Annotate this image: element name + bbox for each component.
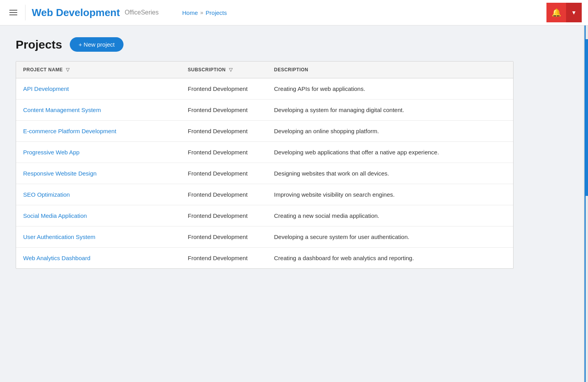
scrollbar-thumb[interactable] — [585, 39, 588, 196]
description-cell: Creating a new social media application. — [267, 205, 513, 226]
description-cell: Developing a system for managing digital… — [267, 100, 513, 121]
project-name-cell: Web Analytics Dashboard — [16, 248, 181, 269]
project-link[interactable]: Responsive Website Design — [23, 170, 96, 177]
bell-icon: 🔔 — [552, 8, 561, 17]
scrollbar-track[interactable] — [583, 0, 588, 382]
subscription-cell: Frontend Development — [181, 100, 267, 121]
subscription-cell: Frontend Development — [181, 226, 267, 248]
description-cell: Developing a secure system for user auth… — [267, 226, 513, 248]
subscription-cell: Frontend Development — [181, 248, 267, 269]
table-row: Content Management SystemFrontend Develo… — [16, 100, 513, 121]
col-header-description: DESCRIPTION — [267, 62, 513, 78]
breadcrumb-home[interactable]: Home — [182, 9, 198, 16]
new-project-button[interactable]: + New project — [70, 37, 123, 52]
table-row: User Authentication SystemFrontend Devel… — [16, 226, 513, 248]
table-row: Progressive Web AppFrontend DevelopmentD… — [16, 142, 513, 163]
project-link[interactable]: Web Analytics Dashboard — [23, 255, 90, 261]
project-name-cell: Social Media Application — [16, 205, 181, 226]
main-content: Projects + New project PROJECT NAME ▽ SU… — [0, 25, 533, 281]
col-header-project-name: PROJECT NAME ▽ — [16, 62, 181, 78]
project-name-cell: API Development — [16, 78, 181, 100]
project-link[interactable]: Progressive Web App — [23, 149, 80, 156]
app-title: Web Development — [32, 7, 120, 19]
filter-project-icon[interactable]: ▽ — [66, 67, 70, 72]
menu-button[interactable] — [6, 7, 20, 18]
subscription-cell: Frontend Development — [181, 142, 267, 163]
user-dropdown-button[interactable]: ▼ — [566, 3, 582, 22]
table-header: PROJECT NAME ▽ SUBSCRIPTION ▽ DESCRIPTIO… — [16, 62, 513, 78]
notifications-button[interactable]: 🔔 — [546, 3, 566, 22]
project-name-cell: User Authentication System — [16, 226, 181, 248]
subscription-cell: Frontend Development — [181, 121, 267, 142]
project-name-cell: Responsive Website Design — [16, 163, 181, 184]
table-body: API DevelopmentFrontend DevelopmentCreat… — [16, 78, 513, 269]
description-cell: Developing an online shopping platform. — [267, 121, 513, 142]
app-header: Web Development OfficeSeries Home » Proj… — [0, 0, 588, 25]
table-row: E-commerce Platform DevelopmentFrontend … — [16, 121, 513, 142]
project-name-cell: Content Management System — [16, 100, 181, 121]
col-header-subscription: SUBSCRIPTION ▽ — [181, 62, 267, 78]
subscription-cell: Frontend Development — [181, 184, 267, 205]
table-row: Social Media ApplicationFrontend Develop… — [16, 205, 513, 226]
subscription-cell: Frontend Development — [181, 163, 267, 184]
projects-table: PROJECT NAME ▽ SUBSCRIPTION ▽ DESCRIPTIO… — [16, 62, 513, 268]
description-cell: Developing web applications that offer a… — [267, 142, 513, 163]
breadcrumb-separator: » — [200, 9, 203, 16]
header-actions: 🔔 ▼ — [546, 3, 582, 22]
project-link[interactable]: Social Media Application — [23, 212, 87, 219]
projects-table-container: PROJECT NAME ▽ SUBSCRIPTION ▽ DESCRIPTIO… — [16, 61, 514, 269]
project-link[interactable]: SEO Optimization — [23, 191, 70, 198]
table-row: Web Analytics DashboardFrontend Developm… — [16, 248, 513, 269]
app-subtitle: OfficeSeries — [125, 9, 159, 16]
project-name-cell: E-commerce Platform Development — [16, 121, 181, 142]
header-divider — [25, 5, 25, 20]
table-row: API DevelopmentFrontend DevelopmentCreat… — [16, 78, 513, 100]
subscription-cell: Frontend Development — [181, 78, 267, 100]
description-cell: Designing websites that work on all devi… — [267, 163, 513, 184]
filter-subscription-icon[interactable]: ▽ — [229, 67, 233, 72]
table-row: Responsive Website DesignFrontend Develo… — [16, 163, 513, 184]
description-cell: Creating APIs for web applications. — [267, 78, 513, 100]
page-header: Projects + New project — [16, 37, 517, 52]
project-name-cell: SEO Optimization — [16, 184, 181, 205]
project-name-cell: Progressive Web App — [16, 142, 181, 163]
page-title: Projects — [16, 38, 62, 51]
description-cell: Creating a dashboard for web analytics a… — [267, 248, 513, 269]
breadcrumb: Home » Projects — [182, 9, 227, 16]
project-link[interactable]: Content Management System — [23, 107, 101, 113]
subscription-cell: Frontend Development — [181, 205, 267, 226]
project-link[interactable]: API Development — [23, 85, 69, 92]
description-cell: Improving website visibility on search e… — [267, 184, 513, 205]
breadcrumb-current[interactable]: Projects — [206, 9, 227, 16]
chevron-down-icon: ▼ — [571, 9, 577, 16]
project-link[interactable]: User Authentication System — [23, 234, 95, 240]
table-row: SEO OptimizationFrontend DevelopmentImpr… — [16, 184, 513, 205]
project-link[interactable]: E-commerce Platform Development — [23, 128, 116, 134]
